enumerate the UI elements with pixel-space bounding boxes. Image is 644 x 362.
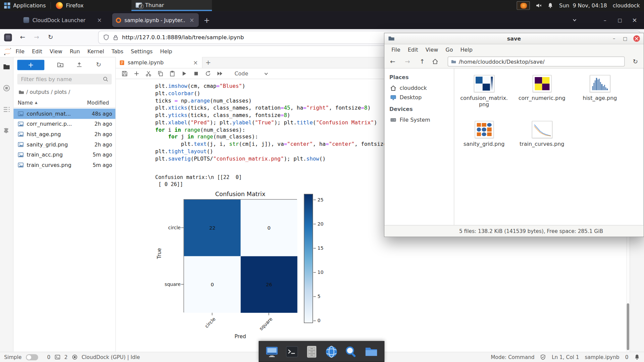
dock-file-cabinet-button[interactable] bbox=[305, 345, 319, 359]
thunar-file-hist_age.png[interactable]: hist_age.png bbox=[573, 72, 627, 118]
user-label[interactable]: clouddock bbox=[613, 2, 640, 8]
applications-menu[interactable]: Applications bbox=[0, 0, 50, 11]
dock-files-button[interactable] bbox=[364, 345, 378, 359]
file-row-confusion-mat-[interactable]: confusion_mat...48s ago bbox=[13, 109, 115, 119]
browser-tab-jupyter[interactable]: sample.ipynb - Jupyter... bbox=[112, 13, 199, 27]
jupyter-menu-help[interactable]: Help bbox=[156, 46, 176, 57]
reload-button[interactable] bbox=[46, 34, 55, 41]
command-mode-indicator[interactable]: Mode: Command bbox=[491, 354, 534, 360]
window-close-button[interactable] bbox=[633, 35, 640, 42]
restart-kernel-button[interactable] bbox=[205, 70, 211, 76]
save-button[interactable] bbox=[121, 70, 127, 76]
file-row-corr-numeric-p-[interactable]: corr_numeric.p...2h ago bbox=[13, 119, 115, 129]
dock-desktop-button[interactable] bbox=[265, 345, 279, 359]
taskbar-thunar-button[interactable]: 2 Thunar bbox=[131, 0, 212, 11]
volume-muted-icon[interactable] bbox=[536, 2, 542, 8]
notification-count[interactable]: 0 bbox=[625, 354, 629, 360]
up-button[interactable] bbox=[417, 58, 427, 65]
jupyter-menu-edit[interactable]: Edit bbox=[28, 46, 46, 57]
add-cell-button[interactable] bbox=[133, 70, 140, 76]
dock-terminal-button[interactable] bbox=[285, 345, 299, 359]
thunar-menu-go[interactable]: Go bbox=[442, 47, 457, 53]
jupyter-menu-settings[interactable]: Settings bbox=[127, 46, 156, 57]
breadcrumb[interactable]: / outputs / plots / bbox=[13, 84, 115, 98]
scrollbar-thumb[interactable] bbox=[627, 303, 629, 350]
new-folder-button[interactable] bbox=[55, 60, 65, 70]
column-name[interactable]: Name bbox=[18, 100, 33, 106]
window-close-button[interactable] bbox=[629, 15, 640, 25]
tab-close-icon[interactable] bbox=[96, 17, 103, 23]
reload-button[interactable] bbox=[631, 58, 640, 65]
simple-mode-toggle[interactable] bbox=[26, 354, 38, 360]
thunar-menu-view[interactable]: View bbox=[422, 47, 442, 53]
extensions-icon[interactable] bbox=[3, 127, 10, 134]
kernel-status-text[interactable]: CloudDock (GPU) | Idle bbox=[82, 354, 140, 360]
cell-type-dropdown[interactable]: Code bbox=[234, 70, 269, 76]
file-browser-tab-icon[interactable] bbox=[3, 63, 10, 70]
window-maximize-button[interactable] bbox=[622, 36, 628, 41]
forward-button[interactable] bbox=[402, 58, 412, 65]
thunar-menu-help[interactable]: Help bbox=[457, 47, 476, 53]
clock[interactable]: Sun 9 Nov, 04:18 bbox=[559, 2, 607, 8]
file-row-hist-age-png[interactable]: hist_age.png2h ago bbox=[13, 129, 115, 139]
paste-cells-button[interactable] bbox=[169, 70, 175, 76]
thunar-menu-edit[interactable]: Edit bbox=[404, 47, 422, 53]
thunar-file-grid[interactable]: confusion_matrix.pngcorr_numeric.pnghist… bbox=[454, 68, 643, 225]
notebook-tab[interactable]: sample.ipynb bbox=[116, 57, 202, 68]
column-modified[interactable]: Modified bbox=[87, 100, 109, 106]
forward-button[interactable] bbox=[32, 34, 41, 41]
tab-close-icon[interactable] bbox=[192, 59, 199, 66]
tray-app-icon[interactable] bbox=[517, 1, 530, 10]
new-launcher-button[interactable] bbox=[17, 60, 44, 70]
thunar-file-confusion_matrix.png[interactable]: confusion_matrix.png bbox=[457, 72, 511, 118]
jupyter-menu-run[interactable]: Run bbox=[66, 46, 84, 57]
terminal-status-icon[interactable] bbox=[54, 354, 60, 360]
tracking-shield-icon[interactable] bbox=[103, 34, 109, 41]
new-notebook-tab-button[interactable] bbox=[203, 57, 214, 68]
code-cell-editor[interactable]: plt.imshow(cm, cmap="Blues")plt.colorbar… bbox=[155, 82, 396, 163]
trust-shield-icon[interactable] bbox=[540, 354, 546, 360]
thunar-file-sanity_grid.png[interactable]: sanity_grid.png bbox=[457, 118, 511, 164]
restart-run-all-button[interactable] bbox=[217, 70, 223, 76]
cursor-position[interactable]: Ln 1, Col 1 bbox=[552, 354, 579, 360]
browser-tab-clouddock-launcher[interactable]: CloudDock Launcher bbox=[20, 13, 106, 27]
window-minimize-button[interactable] bbox=[611, 36, 617, 41]
jupyter-menu-tabs[interactable]: Tabs bbox=[108, 46, 127, 57]
kernel-status-icon[interactable] bbox=[72, 354, 77, 360]
table-of-contents-icon[interactable] bbox=[3, 106, 10, 113]
window-maximize-button[interactable] bbox=[614, 15, 625, 25]
thunar-title-bar[interactable]: save bbox=[384, 33, 644, 44]
back-button[interactable] bbox=[18, 34, 28, 41]
jupyter-menu-view[interactable]: View bbox=[46, 46, 66, 57]
interrupt-kernel-button[interactable] bbox=[193, 70, 199, 76]
back-button[interactable] bbox=[388, 58, 397, 65]
jupyter-menu-kernel[interactable]: Kernel bbox=[84, 46, 108, 57]
path-bar[interactable]: /home/clouddock/Desktop/save/ bbox=[448, 57, 625, 66]
sidebar-item-desktop[interactable]: Desktop bbox=[384, 93, 454, 102]
file-row-sanity-grid-png[interactable]: sanity_grid.png2h ago bbox=[13, 139, 115, 150]
refresh-file-list-button[interactable] bbox=[94, 60, 103, 70]
home-button[interactable] bbox=[432, 59, 442, 64]
file-row-train-acc-png[interactable]: train_acc.png5m ago bbox=[13, 149, 115, 160]
dock-browser-button[interactable] bbox=[325, 345, 339, 359]
thunar-file-train_curves.png[interactable]: train_curves.png bbox=[515, 118, 569, 164]
copy-cells-button[interactable] bbox=[157, 70, 163, 76]
cut-cells-button[interactable] bbox=[145, 70, 151, 76]
file-row-train-curves-png[interactable]: train_curves.png5m ago bbox=[13, 160, 115, 170]
filter-files-input[interactable] bbox=[17, 74, 112, 84]
notification-bell-icon[interactable] bbox=[634, 354, 640, 360]
tab-close-icon[interactable] bbox=[189, 17, 195, 23]
jupyter-menu-file[interactable]: File bbox=[12, 46, 29, 57]
kernel-session-count[interactable]: 2 bbox=[64, 354, 68, 360]
taskbar-firefox-button[interactable]: Firefox bbox=[52, 0, 132, 11]
list-all-tabs-icon[interactable] bbox=[569, 15, 580, 25]
upload-button[interactable] bbox=[74, 60, 84, 70]
thunar-menu-file[interactable]: File bbox=[388, 47, 404, 53]
sidebar-item-filesystem[interactable]: File System bbox=[384, 115, 454, 125]
thunar-file-corr_numeric.png[interactable]: corr_numeric.png bbox=[515, 72, 569, 118]
sidebar-item-home[interactable]: clouddock bbox=[384, 83, 454, 93]
lock-icon[interactable] bbox=[113, 34, 118, 40]
firefox-view-icon[interactable] bbox=[4, 34, 12, 41]
dock-search-button[interactable] bbox=[344, 345, 359, 359]
new-tab-button[interactable] bbox=[204, 16, 210, 24]
